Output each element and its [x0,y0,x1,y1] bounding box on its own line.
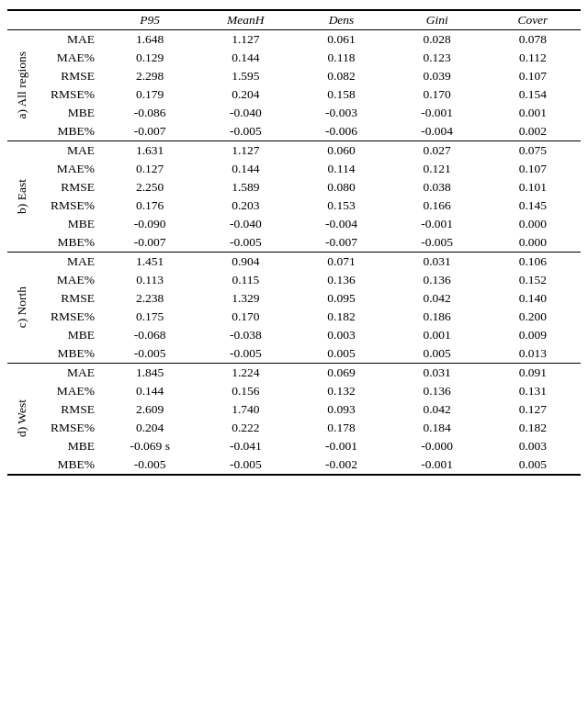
section-label-text-2: c) North [13,283,31,331]
data-cell-gini: -0.000 [390,437,485,455]
metric-label: MAE% [40,49,102,67]
data-cell-dens: 0.095 [293,289,389,308]
data-cell-dens: -0.001 [293,437,389,455]
data-cell-dens: 0.005 [293,344,389,364]
metric-label: RMSE [40,178,102,197]
data-cell-cover: 0.013 [485,344,581,364]
metric-label: MAE [40,141,102,161]
metric-label: MAE% [40,271,102,289]
data-cell-meanh: 0.222 [198,419,293,437]
data-cell-meanh: -0.040 [198,104,293,122]
data-cell-meanh: -0.005 [198,233,293,253]
data-cell-dens: -0.002 [293,455,389,475]
data-cell-meanh: 1.589 [198,178,293,197]
data-cell-dens: 0.114 [293,160,389,178]
data-cell-cover: 0.075 [485,141,581,161]
data-cell-gini: 0.031 [390,253,485,272]
data-cell-dens: 0.060 [293,141,389,161]
data-cell-p95: 0.179 [102,85,198,104]
data-cell-gini: 0.123 [390,49,485,67]
data-cell-cover: 0.002 [485,122,581,141]
data-cell-cover: 0.107 [485,160,581,178]
data-cell-meanh: 0.144 [198,49,293,67]
data-cell-dens: 0.082 [293,67,389,85]
metric-label: MAE% [40,160,102,178]
metric-label: MBE% [40,233,102,253]
data-cell-gini: 0.170 [390,85,485,104]
metric-label: MBE% [40,122,102,141]
data-cell-dens: -0.007 [293,233,389,253]
data-cell-gini: -0.001 [390,455,485,475]
data-cell-dens: -0.004 [293,215,389,233]
data-cell-meanh: 0.204 [198,85,293,104]
data-cell-cover: 0.145 [485,197,581,215]
data-cell-p95: 0.127 [102,160,198,178]
metric-label: RMSE% [40,308,102,326]
data-cell-gini: 0.136 [390,271,485,289]
data-cell-p95: 0.176 [102,197,198,215]
section-label-0: a) All regions [7,30,40,141]
data-cell-meanh: 1.740 [198,400,293,419]
metric-label: MAE [40,30,102,50]
data-cell-p95: -0.005 [102,455,198,475]
data-cell-cover: 0.131 [485,382,581,400]
data-cell-meanh: 0.904 [198,253,293,272]
col-header-meanh: MeanH [198,10,293,30]
data-cell-gini: 0.136 [390,382,485,400]
table-wrapper: P95 MeanH Dens Gini Cover a) All regions… [7,9,581,476]
data-cell-cover: 0.091 [485,364,581,383]
data-cell-dens: 0.071 [293,253,389,272]
data-cell-p95: 2.238 [102,289,198,308]
data-cell-cover: 0.106 [485,253,581,272]
data-cell-dens: 0.178 [293,419,389,437]
data-cell-meanh: 0.203 [198,197,293,215]
data-cell-meanh: 0.115 [198,271,293,289]
data-cell-dens: -0.003 [293,104,389,122]
data-cell-p95: 0.144 [102,382,198,400]
data-cell-p95: -0.090 [102,215,198,233]
data-cell-gini: 0.184 [390,419,485,437]
data-cell-cover: 0.003 [485,437,581,455]
data-cell-p95: 0.204 [102,419,198,437]
section-label-3: d) West [7,364,40,476]
col-header-gini: Gini [390,10,485,30]
data-cell-gini: 0.186 [390,308,485,326]
data-cell-meanh: 1.224 [198,364,293,383]
data-cell-gini: -0.001 [390,104,485,122]
data-cell-p95: -0.005 [102,344,198,364]
data-cell-dens: 0.136 [293,271,389,289]
section-label-text-0: a) All regions [13,48,31,123]
data-cell-gini: 0.028 [390,30,485,50]
metric-label: RMSE [40,400,102,419]
data-cell-meanh: 0.170 [198,308,293,326]
metric-label: MAE% [40,382,102,400]
data-cell-gini: -0.005 [390,233,485,253]
metric-label: RMSE% [40,197,102,215]
data-cell-cover: 0.154 [485,85,581,104]
data-cell-gini: -0.004 [390,122,485,141]
data-cell-p95: 1.631 [102,141,198,161]
data-cell-dens: 0.093 [293,400,389,419]
data-cell-p95: 2.609 [102,400,198,419]
data-cell-gini: 0.042 [390,400,485,419]
data-cell-dens: 0.132 [293,382,389,400]
data-cell-gini: 0.042 [390,289,485,308]
data-cell-gini: 0.027 [390,141,485,161]
data-table: P95 MeanH Dens Gini Cover a) All regions… [7,9,581,476]
data-cell-dens: -0.006 [293,122,389,141]
data-cell-p95: -0.068 [102,326,198,344]
data-cell-gini: 0.121 [390,160,485,178]
metric-label: RMSE [40,289,102,308]
data-cell-cover: 0.112 [485,49,581,67]
section-label-text-1: b) East [13,175,31,218]
data-cell-cover: 0.000 [485,215,581,233]
metric-label: MBE [40,437,102,455]
data-cell-meanh: 1.127 [198,30,293,50]
data-cell-meanh: -0.005 [198,122,293,141]
section-label-1: b) East [7,141,40,253]
data-cell-meanh: -0.041 [198,437,293,455]
data-cell-dens: 0.061 [293,30,389,50]
metric-label: MBE [40,104,102,122]
metric-label: MBE% [40,455,102,475]
data-cell-cover: 0.078 [485,30,581,50]
